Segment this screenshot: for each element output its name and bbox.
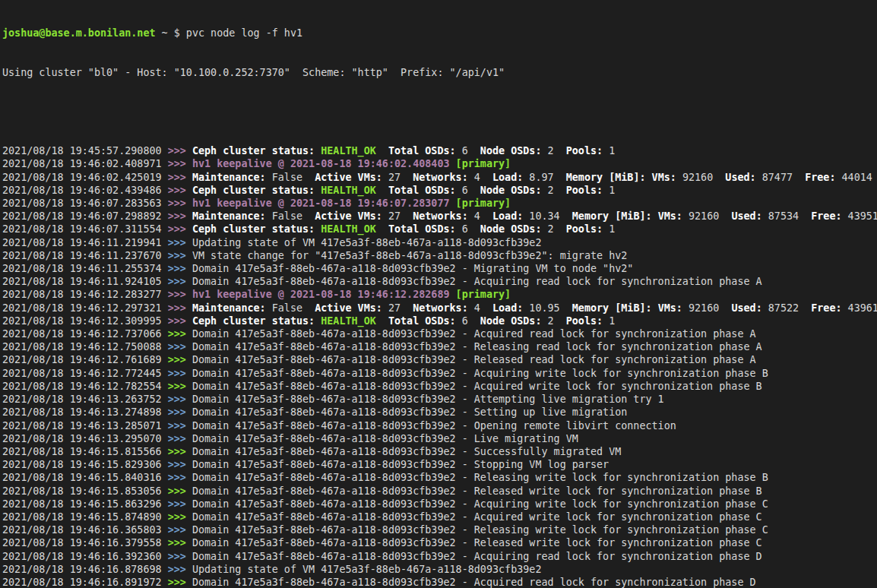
- log-marker: >>>: [168, 263, 192, 274]
- log-segment: Domain 417e5a3f-88eb-467a-a118-8d093cfb3…: [192, 511, 762, 523]
- log-line: 2021/08/18 19:46:07.311554 >>> Ceph clus…: [2, 223, 877, 236]
- log-timestamp: 2021/08/18 19:45:57.290800: [2, 145, 168, 156]
- prompt-cwd: ~: [162, 27, 168, 39]
- log-line: 2021/08/18 19:46:12.737066 >>> Domain 41…: [2, 327, 877, 340]
- log-segment: 1: [609, 315, 615, 327]
- log-line: 2021/08/18 19:46:02.439486 >>> Ceph clus…: [2, 184, 877, 197]
- log-timestamp: 2021/08/18 19:46:02.439486: [2, 185, 168, 196]
- log-segment: Domain 417e5a3f-88eb-467a-a118-8d093cfb3…: [192, 459, 609, 470]
- log-marker: >>>: [168, 524, 192, 536]
- log-segment: Domain 417e5a3f-88eb-467a-a118-8d093cfb3…: [192, 551, 762, 562]
- log-marker: >>>: [168, 289, 192, 300]
- log-marker: >>>: [168, 185, 192, 196]
- log-segment: Memory [MiB]: VMs:: [572, 210, 689, 222]
- log-segment: Domain 417e5a3f-88eb-467a-a118-8d093cfb3…: [192, 446, 621, 457]
- log-line: 2021/08/18 19:46:12.772445 >>> Domain 41…: [2, 367, 877, 380]
- log-timestamp: 2021/08/18 19:46:02.425019: [2, 172, 168, 183]
- log-marker: >>>: [168, 237, 192, 248]
- log-segment: Node OSDs:: [480, 315, 548, 327]
- log-segment: Pools:: [566, 223, 609, 235]
- log-segment: 6: [462, 223, 480, 235]
- log-segment: Domain 417e5a3f-88eb-467a-a118-8d093cfb3…: [192, 341, 762, 352]
- log-timestamp: 2021/08/18 19:46:15.863296: [2, 498, 168, 510]
- log-segment: Domain 417e5a3f-88eb-467a-a118-8d093cfb3…: [192, 472, 768, 483]
- log-segment: Free:: [811, 210, 847, 222]
- log-segment: 2: [548, 145, 566, 156]
- log-segment: HEALTH_OK: [321, 185, 376, 196]
- log-segment: 2: [548, 185, 566, 196]
- prompt-separator: [168, 27, 174, 39]
- log-line: 2021/08/18 19:46:15.874890 >>> Domain 41…: [2, 511, 877, 523]
- log-segment: 87522: [768, 302, 811, 314]
- log-segment: 4: [474, 172, 492, 183]
- log-segment: Maintenance:: [192, 210, 272, 222]
- log-segment: Domain 417e5a3f-88eb-467a-a118-8d093cfb3…: [192, 406, 627, 418]
- log-segment: Domain 417e5a3f-88eb-467a-a118-8d093cfb3…: [192, 420, 676, 432]
- log-segment: Ceph cluster status:: [192, 145, 321, 156]
- log-timestamp: 2021/08/18 19:46:12.782554: [2, 381, 168, 392]
- log-timestamp: 2021/08/18 19:46:13.263752: [2, 394, 168, 405]
- log-timestamp: 2021/08/18 19:46:07.298892: [2, 210, 168, 222]
- log-marker: >>>: [168, 577, 192, 588]
- log-segment: 10.34: [529, 210, 571, 222]
- log-marker: >>>: [168, 172, 192, 183]
- log-segment: Domain 417e5a3f-88eb-467a-a118-8d093cfb3…: [192, 263, 633, 274]
- log-segment: Domain 417e5a3f-88eb-467a-a118-8d093cfb3…: [192, 354, 756, 365]
- log-segment: Maintenance:: [192, 302, 272, 314]
- log-segment: 92160: [689, 302, 731, 314]
- log-segment: HEALTH_OK: [321, 223, 376, 235]
- log-segment: Node OSDs:: [480, 185, 548, 196]
- log-timestamp: 2021/08/18 19:46:16.365803: [2, 524, 168, 536]
- log-line: 2021/08/18 19:46:07.283563 >>> hv1 keepa…: [2, 197, 877, 210]
- log-segment: Updating state of VM 417e5a3f-88eb-467a-…: [192, 237, 542, 248]
- log-line: 2021/08/18 19:46:11.924105 >>> Domain 41…: [2, 275, 877, 288]
- log-timestamp: 2021/08/18 19:46:13.274898: [2, 406, 168, 418]
- log-segment: 43961: [848, 302, 877, 314]
- log-timestamp: 2021/08/18 19:46:15.815566: [2, 446, 168, 457]
- log-line: 2021/08/18 19:46:16.891972 >>> Domain 41…: [2, 576, 877, 588]
- log-segment: Domain 417e5a3f-88eb-467a-a118-8d093cfb3…: [192, 368, 768, 379]
- log-timestamp: 2021/08/18 19:46:15.874890: [2, 511, 168, 523]
- log-segment: [376, 315, 388, 327]
- log-line: 2021/08/18 19:46:12.283277 >>> hv1 keepa…: [2, 288, 877, 301]
- log-line: 2021/08/18 19:46:16.878698 >>> Updating …: [2, 563, 877, 576]
- log-segment: Load:: [492, 210, 529, 222]
- log-segment: False: [272, 210, 315, 222]
- log-line: 2021/08/18 19:46:15.840316 >>> Domain 41…: [2, 471, 877, 484]
- log-segment: Maintenance:: [192, 172, 272, 183]
- log-segment: Load:: [492, 172, 529, 183]
- log-segment: Domain 417e5a3f-88eb-467a-a118-8d093cfb3…: [192, 524, 768, 536]
- log-timestamp: 2021/08/18 19:46:11.255374: [2, 263, 168, 274]
- log-segment: Updating state of VM 417e5a3f-88eb-467a-…: [192, 564, 542, 575]
- log-timestamp: 2021/08/18 19:46:12.297321: [2, 302, 168, 314]
- log-segment: HEALTH_OK: [321, 315, 376, 327]
- log-timestamp: 2021/08/18 19:46:12.750088: [2, 341, 168, 352]
- log-segment: Ceph cluster status:: [192, 223, 321, 235]
- log-line: 2021/08/18 19:46:07.298892 >>> Maintenan…: [2, 210, 877, 223]
- prompt-command: pvc node log -f hv1: [186, 27, 302, 39]
- log-segment: hv1 keepalive @ 2021-08-18 19:46:12.2826…: [192, 289, 456, 300]
- log-segment: 6: [462, 315, 480, 327]
- log-line: 2021/08/18 19:46:15.863296 >>> Domain 41…: [2, 498, 877, 511]
- log-line: 2021/08/18 19:46:15.829306 >>> Domain 41…: [2, 458, 877, 471]
- log-segment: Memory [MiB]: VMs:: [572, 302, 689, 314]
- log-marker: >>>: [168, 223, 192, 235]
- log-segment: 1: [609, 223, 615, 235]
- log-marker: >>>: [168, 250, 192, 261]
- log-line: 2021/08/18 19:46:12.297321 >>> Maintenan…: [2, 302, 877, 315]
- log-segment: Total OSDs:: [388, 185, 462, 196]
- log-marker: >>>: [168, 564, 192, 575]
- log-segment: Networks:: [413, 172, 474, 183]
- log-segment: False: [272, 302, 315, 314]
- log-timestamp: 2021/08/18 19:46:15.829306: [2, 459, 168, 470]
- log-segment: Domain 417e5a3f-88eb-467a-a118-8d093cfb3…: [192, 394, 664, 405]
- log-marker: >>>: [168, 551, 192, 562]
- log-segment: Used:: [731, 210, 768, 222]
- log-segment: 43951: [848, 210, 877, 222]
- log-segment: Free:: [805, 172, 841, 183]
- log-segment: 27: [388, 210, 413, 222]
- log-segment: Domain 417e5a3f-88eb-467a-a118-8d093cfb3…: [192, 276, 762, 287]
- log-marker: >>>: [168, 537, 192, 548]
- log-marker: >>>: [168, 381, 192, 392]
- log-timestamp: 2021/08/18 19:46:12.309995: [2, 315, 168, 327]
